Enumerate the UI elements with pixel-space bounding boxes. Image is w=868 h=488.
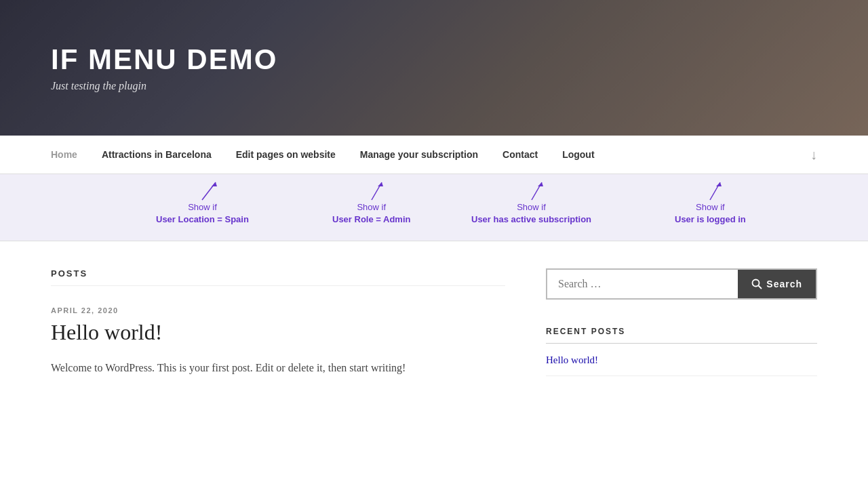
svg-line-5 <box>759 286 762 289</box>
post-item: APRIL 22, 2020 Hello world! Welcome to W… <box>51 306 505 377</box>
annotation-logged-in-text: Show if User is logged in <box>675 201 746 226</box>
search-button[interactable]: Search <box>738 270 816 298</box>
nav-item-attractions[interactable]: Attractions in Barcelona <box>90 149 224 160</box>
arrow-role-icon <box>351 181 392 201</box>
nav-item-contact[interactable]: Contact <box>490 149 550 160</box>
site-title: IF MENU DEMO <box>51 43 817 76</box>
navigation: Home Attractions in Barcelona Edit pages… <box>0 136 868 174</box>
posts-section-label: POSTS <box>51 268 505 286</box>
main-layout: POSTS APRIL 22, 2020 Hello world! Welcom… <box>0 241 868 404</box>
nav-item-manage-subscription[interactable]: Manage your subscription <box>348 149 490 160</box>
recent-posts-label: RECENT POSTS <box>546 327 817 344</box>
annotation-logged-in: Show if User is logged in <box>675 181 746 226</box>
annotations-strip: Show if User Location = Spain Show if Us… <box>0 174 868 241</box>
search-box: Search <box>546 268 817 300</box>
site-subtitle: Just testing the plugin <box>51 80 817 92</box>
nav-item-logout[interactable]: Logout <box>550 149 606 160</box>
svg-marker-0 <box>212 182 217 186</box>
svg-marker-2 <box>538 182 543 186</box>
post-title[interactable]: Hello world! <box>51 320 505 345</box>
annotation-subscription-text: Show if User has active subscription <box>471 201 591 226</box>
search-icon <box>751 279 762 289</box>
arrow-subscription-icon <box>511 181 552 201</box>
post-date: APRIL 22, 2020 <box>51 306 505 314</box>
arrow-logged-in-icon <box>690 181 730 201</box>
arrow-location-icon <box>182 181 222 201</box>
posts-section: POSTS APRIL 22, 2020 Hello world! Welcom… <box>51 268 505 377</box>
sidebar: Search RECENT POSTS Hello world! <box>546 268 817 377</box>
annotation-location: Show if User Location = Spain <box>156 181 249 226</box>
nav-scroll-down-icon[interactable]: ↓ <box>810 147 817 163</box>
svg-marker-3 <box>716 182 722 186</box>
search-input[interactable] <box>547 270 738 298</box>
annotation-role-text: Show if User Role = Admin <box>332 201 410 226</box>
annotation-location-text: Show if User Location = Spain <box>156 201 249 226</box>
nav-item-edit-pages[interactable]: Edit pages on website <box>224 149 348 160</box>
post-body: Welcome to WordPress. This is your first… <box>51 359 505 377</box>
hero-header: IF MENU DEMO Just testing the plugin <box>0 0 868 136</box>
svg-point-4 <box>753 280 760 287</box>
annotation-role: Show if User Role = Admin <box>332 181 410 226</box>
annotation-subscription: Show if User has active subscription <box>471 181 591 226</box>
svg-marker-1 <box>378 182 383 186</box>
nav-item-home[interactable]: Home <box>51 149 90 160</box>
recent-post-link[interactable]: Hello world! <box>546 354 817 376</box>
